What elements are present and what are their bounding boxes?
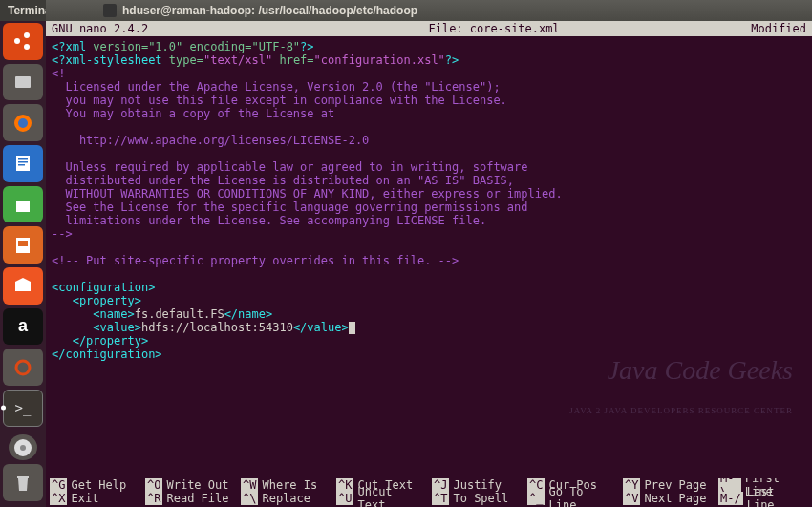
configuration-open: <configuration>: [52, 281, 155, 294]
terminal-window: hduser@raman-hadoop: /usr/local/hadoop/e…: [46, 21, 812, 507]
license-line-8: See the License for the specific languag…: [52, 201, 528, 214]
svg-rect-11: [16, 197, 30, 201]
xsl-attr-href: href=: [272, 53, 313, 67]
name-close: </name>: [224, 307, 273, 321]
license-line-5: Unless required by applicable law or agr…: [52, 160, 528, 174]
shortcut-exit[interactable]: ^XExit: [50, 492, 139, 505]
svg-point-2: [24, 44, 30, 50]
system-settings-icon[interactable]: [3, 349, 43, 386]
xsl-val-href: "configuration.xsl": [314, 53, 445, 67]
name-open: <name>: [52, 307, 135, 321]
shortcut-next-page[interactable]: ^VNext Page: [623, 492, 713, 505]
svg-rect-13: [18, 241, 28, 246]
shortcut-replace[interactable]: ^\Replace: [241, 492, 331, 505]
license-comment-close: -->: [52, 227, 73, 241]
watermark-sub: JAVA 2 JAVA DEVELOPERS RESOURCE CENTER: [569, 404, 793, 417]
shortcut-write-out[interactable]: ^OWrite Out: [145, 478, 235, 492]
shortcut-justify[interactable]: ^JJustify: [432, 478, 522, 492]
svg-rect-3: [15, 76, 31, 88]
terminal-titlebar[interactable]: hduser@raman-hadoop: /usr/local/hadoop/e…: [46, 0, 812, 21]
license-line-7: WITHOUT WARRANTIES OR CONDITIONS OF ANY …: [52, 187, 563, 201]
license-line-3: You may obtain a copy of the License at: [52, 107, 334, 120]
svg-rect-6: [16, 156, 30, 171]
nano-filename: File: core-site.xml: [237, 21, 751, 36]
watermark-title: Java Code Geeks: [569, 364, 793, 377]
license-line-2: you may not use this file except in comp…: [52, 94, 507, 107]
nano-header: GNU nano 2.4.2 File: core-site.xml Modif…: [46, 21, 812, 36]
svg-point-5: [18, 118, 28, 128]
libreoffice-writer-icon[interactable]: [3, 145, 43, 182]
xsl-val-type: "text/xsl": [203, 53, 272, 67]
svg-rect-17: [17, 476, 29, 478]
firefox-icon[interactable]: [3, 104, 43, 141]
configuration-close: </configuration>: [52, 348, 162, 361]
svg-rect-7: [18, 158, 28, 160]
shortcut-prev-page[interactable]: ^YPrev Page: [623, 478, 713, 492]
terminal-title-icon: [103, 4, 117, 17]
value-value: hdfs://localhost:54310: [141, 321, 293, 334]
trash-icon[interactable]: [3, 464, 43, 501]
license-line-6: distributed under the License is distrib…: [52, 174, 514, 187]
license-line-1: Licensed under the Apache License, Versi…: [52, 80, 501, 94]
shortcut-last-line[interactable]: M-/Last Line: [718, 492, 808, 505]
svg-rect-9: [18, 164, 25, 166]
svg-point-1: [24, 32, 30, 38]
disk-icon[interactable]: [9, 434, 37, 461]
svg-point-14: [16, 361, 30, 374]
xsl-open: <?xml-stylesheet: [52, 53, 162, 67]
shortcut-get-help[interactable]: ^GGet Help: [50, 478, 139, 492]
shortcut-read-file[interactable]: ^RRead File: [145, 492, 235, 505]
svg-point-16: [20, 445, 26, 451]
nano-editor[interactable]: <?xml version="1.0" encoding="UTF-8"?> <…: [46, 36, 812, 478]
license-url: http://www.apache.org/licenses/LICENSE-2…: [52, 134, 369, 147]
property-close: </property>: [52, 334, 148, 348]
amazon-icon[interactable]: a: [3, 308, 43, 346]
svg-point-0: [14, 38, 20, 44]
libreoffice-calc-icon[interactable]: [3, 186, 43, 223]
cursor: [349, 322, 355, 334]
license-line-9: limitations under the License. See accom…: [52, 214, 486, 227]
nano-version: GNU nano 2.4.2: [46, 21, 237, 36]
nano-status: Modified: [751, 21, 812, 36]
property-open: <property>: [52, 294, 141, 307]
name-value: fs.default.FS: [135, 307, 224, 321]
xsl-attr-type: type=: [162, 53, 203, 67]
libreoffice-impress-icon[interactable]: [3, 226, 43, 264]
license-comment-open: <!--: [52, 67, 79, 80]
shortcut-uncut-text[interactable]: ^UUncut Text: [336, 492, 426, 505]
value-close: </value>: [293, 321, 349, 334]
files-icon[interactable]: [3, 64, 43, 101]
unity-launcher: a >_: [0, 21, 46, 507]
shortcut-to-spell[interactable]: ^TTo Spell: [432, 492, 522, 505]
watermark: Java Code Geeks JAVA 2 JAVA DEVELOPERS R…: [569, 337, 793, 431]
dash-icon[interactable]: [3, 23, 43, 60]
override-comment: <!-- Put site-specific property override…: [52, 254, 459, 267]
terminal-launcher-icon[interactable]: >_: [3, 390, 43, 427]
xml-decl-close: ?>: [300, 40, 313, 53]
shortcut-where-is[interactable]: ^WWhere Is: [241, 478, 331, 492]
nano-footer: ^GGet Help ^XExit ^OWrite Out ^RRead Fil…: [46, 478, 812, 507]
svg-rect-8: [18, 161, 28, 163]
xml-decl-open: <?xml: [52, 40, 86, 53]
software-center-icon[interactable]: [3, 267, 43, 305]
xml-decl-attrs: version="1.0" encoding="UTF-8": [86, 40, 300, 53]
value-open: <value>: [52, 321, 141, 334]
terminal-title-text: hduser@raman-hadoop: /usr/local/hadoop/e…: [122, 4, 417, 17]
xsl-close: ?>: [445, 53, 459, 67]
shortcut-go-to-line[interactable]: ^_Go To Line: [527, 492, 617, 505]
